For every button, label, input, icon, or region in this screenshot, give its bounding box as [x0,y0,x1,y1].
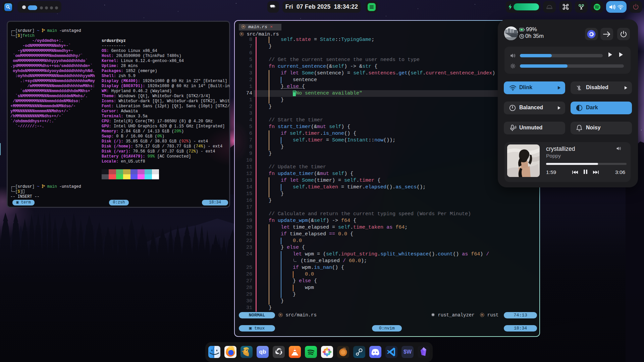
svg-text:R: R [243,25,245,28]
svg-text:R: R [481,313,483,316]
svg-text:R: R [280,313,282,316]
svg-text:R: R [241,33,243,36]
